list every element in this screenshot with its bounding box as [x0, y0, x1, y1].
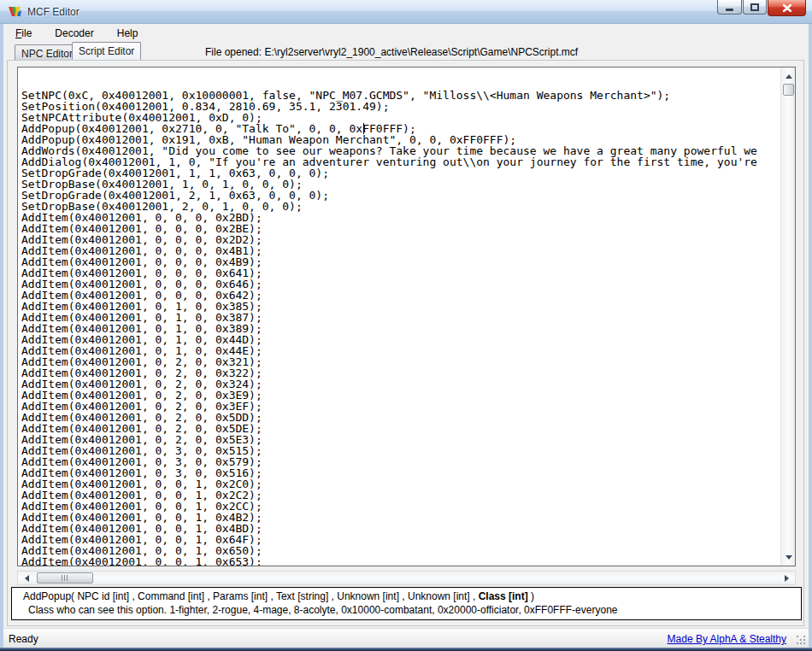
window-title: MCF Editor: [27, 6, 79, 18]
menu-bar: File Decoder Help: [3, 24, 809, 43]
status-bar: Ready Made By AlphA & Stealthy: [3, 628, 809, 648]
tab-strip: NPC Editor Script Editor File opened: E:…: [3, 43, 809, 60]
horizontal-scrollbar[interactable]: [17, 571, 796, 585]
credits-link[interactable]: Made By AlphA & Stealthy: [668, 633, 786, 645]
app-icon: [8, 5, 23, 19]
maximize-icon: [750, 3, 759, 11]
scroll-down-button[interactable]: [781, 550, 796, 564]
scroll-right-button[interactable]: [780, 572, 793, 584]
command-help-panel: AddPopup( NPC id [int] , Command [int] ,…: [11, 587, 802, 620]
script-editor-page: SetNPC(0xC, 0x40012001, 0x10000001, fals…: [7, 60, 804, 626]
arrow-up-icon: [786, 74, 792, 79]
horizontal-scroll-thumb[interactable]: [37, 572, 93, 584]
help-signature-prefix: AddPopup( NPC id [int] , Command [int] ,…: [23, 590, 479, 602]
menu-decoder[interactable]: Decoder: [48, 25, 100, 42]
arrow-down-icon: [786, 555, 792, 560]
minimize-button[interactable]: [717, 0, 742, 15]
scroll-up-button[interactable]: [781, 69, 796, 83]
window-controls: [716, 0, 806, 16]
app-window: MCF Editor File Decoder Help NPC Editor …: [0, 0, 812, 651]
vertical-scroll-thumb[interactable]: [783, 84, 794, 96]
close-button[interactable]: [768, 0, 806, 16]
arrow-right-icon: [785, 575, 789, 582]
vertical-scrollbar[interactable]: [780, 67, 795, 566]
help-description: Class who can see this option. 1-fighter…: [12, 602, 801, 616]
menu-file[interactable]: File: [9, 25, 38, 42]
help-signature-class-param: Class [int]: [479, 590, 528, 602]
resize-grip[interactable]: [797, 636, 807, 646]
menu-help[interactable]: Help: [110, 25, 145, 42]
minimize-icon: [726, 9, 733, 11]
close-icon: [783, 4, 791, 12]
window-bottom-frame: [0, 648, 812, 651]
script-text-editor[interactable]: SetNPC(0xC, 0x40012001, 0x10000001, fals…: [17, 67, 796, 566]
tab-script-editor[interactable]: Script Editor: [72, 42, 141, 60]
tab-npc-editor[interactable]: NPC Editor: [15, 44, 79, 60]
title-bar[interactable]: MCF Editor: [0, 0, 812, 24]
code-content[interactable]: SetNPC(0xC, 0x40012001, 0x10000001, fals…: [18, 67, 780, 566]
scroll-left-button[interactable]: [20, 572, 33, 584]
file-opened-label: File opened: E:\ryl2server\vryl2_1900_ac…: [205, 46, 578, 58]
client-area: File Decoder Help NPC Editor Script Edit…: [3, 24, 809, 648]
status-text: Ready: [9, 633, 38, 645]
thumb-grip-icon: [62, 575, 68, 581]
resize-grip-dots-icon: [797, 636, 798, 637]
help-signature: AddPopup( NPC id [int] , Command [int] ,…: [12, 588, 801, 602]
help-signature-suffix: ): [528, 590, 534, 602]
maximize-button[interactable]: [743, 0, 767, 15]
text-caret: [363, 123, 364, 134]
arrow-left-icon: [25, 575, 29, 582]
